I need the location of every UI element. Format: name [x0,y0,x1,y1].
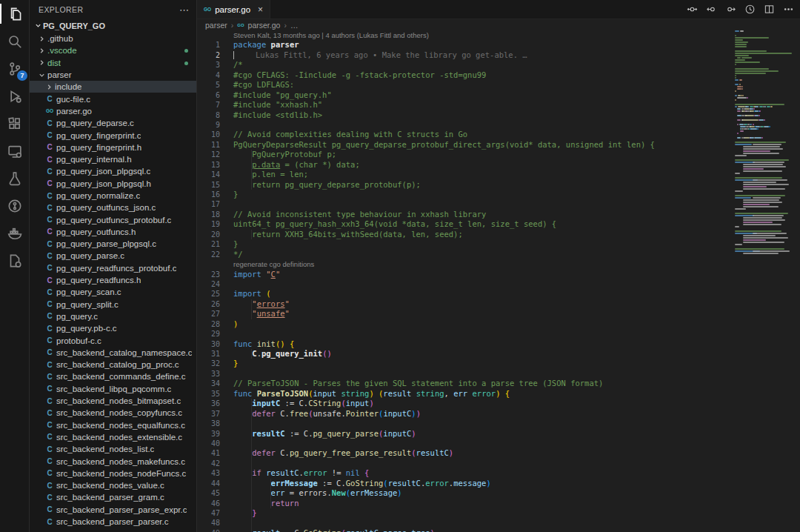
code-line-24[interactable]: 24 [197,279,733,289]
code-line-7[interactable]: 7#include "xxhash.h" [197,100,733,110]
sidebar-file-src-backend-nodes-value-c[interactable]: Csrc_backend_nodes_value.c [30,479,196,491]
code-line-18[interactable]: 18// Avoid inconsistent type behaviour i… [197,210,733,219]
minimap[interactable] [733,30,800,532]
sidebar-file-pg-query-json-plpgsql-h[interactable]: Cpg_query_json_plpgsql.h [30,178,196,190]
line-number[interactable]: 14 [197,170,220,179]
more-actions-icon[interactable]: ⋯ [179,4,189,16]
code-line-6[interactable]: 6#include "pg_query.h" [197,90,733,100]
code-line-37[interactable]: 37 defer C.free(unsafe.Pointer(inputC)) [197,409,733,419]
code-line-31[interactable]: 31 C.pg_query_init() [197,349,733,359]
sidebar-file-parser-go[interactable]: GOparser.go [30,105,196,117]
code-line-46[interactable]: 46 return [197,499,733,508]
code-line-23[interactable]: 23import "C" [197,270,733,279]
code-line-41[interactable]: 41 defer C.pg_query_free_parse_result(re… [197,448,733,458]
code-line-8[interactable]: 8#include <stdlib.h> [197,110,733,120]
code-area[interactable]: Steven Kalt, 13 months ago | 4 authors (… [197,30,733,532]
line-number[interactable]: 31 [197,349,220,359]
line-number[interactable]: 35 [197,389,220,399]
code-line-13[interactable]: 13 p.data = (char *) data; [197,160,733,170]
line-number[interactable]: 27 [197,309,220,319]
code-line-21[interactable]: 21} [197,239,733,249]
project-manager-icon[interactable] [0,247,30,274]
line-number[interactable]: 26 [197,299,220,309]
testing-icon[interactable] [0,164,30,192]
breadcrumb-folder[interactable]: parser [205,21,227,30]
sidebar-file-src-backend-nodes-nodefuncs-c[interactable]: Csrc_backend_nodes_nodeFuncs.c [30,468,196,479]
line-number[interactable]: 36 [197,399,220,408]
line-number[interactable]: 8 [197,110,220,120]
next-change-icon[interactable] [725,4,736,15]
line-number[interactable]: 11 [197,140,220,150]
line-number[interactable]: 22 [197,250,220,259]
line-number[interactable]: 32 [197,359,220,368]
code-line-44[interactable]: 44 errMessage := C.GoString(resultC.erro… [197,479,733,488]
code-line-26[interactable]: 26 "errors" [197,299,733,309]
line-number[interactable]: 25 [197,289,220,299]
codelens-link[interactable]: regenerate cgo definitions [233,259,314,269]
code-line-38[interactable]: 38 [197,419,733,428]
sidebar-file-pg-query-scan-c[interactable]: Cpg_query_scan.c [30,286,196,298]
code-line-17[interactable]: 17 [197,199,733,209]
line-number[interactable]: 45 [197,488,220,498]
sidebar-file-pg-query-c[interactable]: Cpg_query.c [30,310,196,322]
line-number[interactable]: 38 [197,419,220,428]
sidebar-file-src-backend-commands-define-c[interactable]: Csrc_backend_commands_define.c [30,370,196,382]
line-number[interactable]: 39 [197,429,220,439]
previous-change-icon[interactable] [706,4,717,15]
sidebar-file-pg-query-fingerprint-h[interactable]: Cpg_query_fingerprint.h [30,142,196,153]
sidebar-file-src-backend-catalog-pg-proc-c[interactable]: Csrc_backend_catalog_pg_proc.c [30,359,196,370]
code-line-5[interactable]: 5#cgo LDFLAGS: [197,80,733,90]
line-number[interactable]: 34 [197,379,220,388]
line-number[interactable]: 20 [197,230,220,239]
line-number[interactable]: 28 [197,319,220,329]
line-number[interactable]: 29 [197,329,220,339]
line-number[interactable]: 15 [197,180,220,190]
line-number[interactable]: 47 [197,508,220,518]
sidebar-file-pg-query-normalize-c[interactable]: Cpg_query_normalize.c [30,190,196,202]
sidebar-folder--vscode[interactable]: .vscode [30,44,196,56]
code-line-11[interactable]: 11PgQueryDeparseResult pg_query_deparse_… [197,140,733,150]
sidebar-file-pg-query-json-plpgsql-c[interactable]: Cpg_query_json_plpgsql.c [30,165,196,177]
sidebar-file-src-backend-parser-parser-c[interactable]: Csrc_backend_parser_parser.c [30,516,196,528]
sidebar-file-src-backend-catalog-namespace-c[interactable]: Csrc_backend_catalog_namespace.c [30,347,196,359]
breadcrumb-symbol[interactable]: … [290,21,299,30]
search-icon[interactable] [0,27,30,55]
sidebar-folder-include[interactable]: include [30,81,196,93]
sidebar-file-protobuf-c-c[interactable]: Cprotobuf-c.c [30,334,196,346]
line-number[interactable]: 12 [197,150,220,159]
sidebar-file-pg-query-internal-h[interactable]: Cpg_query_internal.h [30,153,196,165]
line-number[interactable]: 48 [197,518,220,528]
line-number[interactable]: 6 [197,90,220,100]
code-line-2[interactable]: 2Lukas Fittl, 6 years ago • Make the lib… [197,50,733,60]
docker-icon[interactable] [0,219,30,247]
code-line-45[interactable]: 45 err = errors.New(errMessage) [197,488,733,498]
code-line-49[interactable]: 49 result = C.GoString(resultC.parse_tre… [197,528,733,532]
line-number[interactable]: 13 [197,160,220,170]
sidebar-file-pg-query-readfuncs-protobuf-c[interactable]: Cpg_query_readfuncs_protobuf.c [30,262,196,274]
line-number[interactable]: 9 [197,120,220,130]
code-line-25[interactable]: 25import ( [197,289,733,299]
code-line-47[interactable]: 47 } [197,508,733,518]
code-line-20[interactable]: 20 return XXH3_64bits_withSeed(data, len… [197,230,733,239]
line-number[interactable]: 21 [197,239,220,249]
more-actions-icon[interactable] [783,4,794,15]
sidebar-file-src-backend-parser-gram-c[interactable]: Csrc_backend_parser_gram.c [30,491,196,503]
line-number[interactable]: 44 [197,479,220,488]
git-graph-icon[interactable] [0,192,30,219]
workspace-row[interactable]: PG_QUERY_GO [30,19,196,32]
code-line-4[interactable]: 4#cgo CFLAGS: -Iinclude -g -fstack-prote… [197,70,733,80]
sidebar-folder--github[interactable]: .github [30,33,196,44]
sidebar-file-pg-query-parse-c[interactable]: Cpg_query_parse.c [30,250,196,262]
code-line-42[interactable]: 42 [197,459,733,468]
code-line-12[interactable]: 12 PgQueryProtobuf p; [197,150,733,159]
sidebar-folder-parser[interactable]: parser [30,69,196,81]
sidebar-file-src-backend-nodes-makefuncs-c[interactable]: Csrc_backend_nodes_makefuncs.c [30,455,196,467]
code-line-48[interactable]: 48 [197,518,733,528]
code-line-30[interactable]: 30func init() { [197,339,733,349]
line-number[interactable]: 24 [197,279,220,289]
open-changes-icon[interactable] [687,4,698,15]
line-number[interactable]: 1 [197,40,220,50]
extensions-icon[interactable] [0,110,30,137]
code-line-27[interactable]: 27 "unsafe" [197,309,733,319]
line-number[interactable]: 30 [197,339,220,349]
